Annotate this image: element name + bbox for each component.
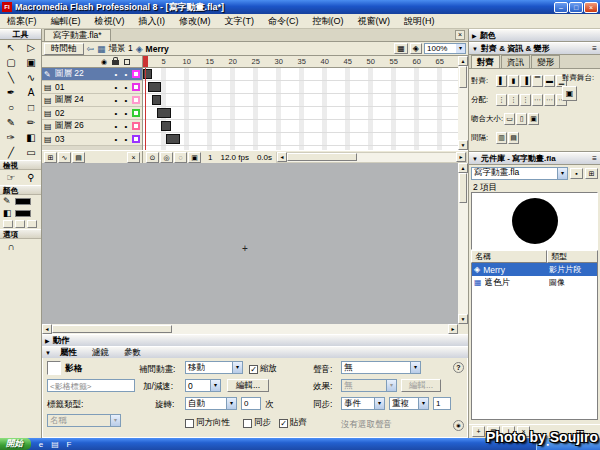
add-motion-guide-button[interactable]: ∿ — [58, 152, 71, 163]
tab-filters[interactable]: 濾鏡 — [86, 347, 115, 359]
layer-outline-color[interactable] — [132, 70, 140, 78]
layer-visibility-dot[interactable]: • — [112, 83, 120, 92]
frame-rate[interactable]: 12.0 fps — [216, 153, 252, 162]
dist-bottom-button[interactable]: ⋮ — [520, 94, 531, 106]
swap-colors-button[interactable] — [27, 220, 37, 228]
timeline-vertical-scrollbar[interactable]: ▲ ▼ — [458, 56, 468, 150]
match-both-button[interactable]: ▣ — [528, 113, 539, 125]
tool-lasso[interactable]: ∿ — [21, 70, 41, 85]
timeline-toggle-button[interactable]: 時間軸 — [44, 43, 84, 55]
show-hide-all-icon[interactable]: ◉ — [101, 58, 107, 66]
minimize-button[interactable]: – — [554, 2, 568, 13]
keyframe-span[interactable] — [161, 121, 170, 131]
tab-properties[interactable]: 屬性 — [54, 347, 83, 359]
layer-frame-row-0[interactable] — [143, 68, 458, 81]
snap-checkbox[interactable]: ✓ 貼齊 — [279, 417, 307, 429]
ease-input[interactable]: 0 ▾ — [185, 379, 221, 392]
column-name[interactable]: 名稱 — [471, 250, 547, 263]
scroll-down-icon[interactable]: ▼ — [458, 314, 468, 324]
tool-ink-bottle[interactable]: ✑ — [1, 130, 21, 145]
tween-select[interactable]: 移動 ▾ — [185, 361, 243, 374]
sync-checkbox[interactable]: 同步 — [243, 417, 271, 429]
layer-outline-color[interactable] — [132, 135, 140, 143]
frames-grid[interactable] — [143, 68, 458, 150]
center-frame-button[interactable]: ⊙ — [146, 152, 159, 163]
scroll-up-icon[interactable]: ▲ — [458, 56, 468, 66]
dist-center-v-button[interactable]: ⋮ — [508, 94, 519, 106]
scroll-up-icon[interactable]: ▲ — [458, 163, 468, 173]
no-color-button[interactable] — [15, 220, 25, 228]
onion-skin-button[interactable]: ◎ — [160, 152, 173, 163]
scrollbar-thumb[interactable] — [459, 66, 467, 88]
default-colors-button[interactable] — [3, 220, 13, 228]
menu-item-8[interactable]: 視窗(W) — [351, 15, 398, 28]
stage-vertical-scrollbar[interactable]: ▲ ▼ — [458, 163, 468, 324]
tool-gradient-transform[interactable]: ▣ — [21, 55, 41, 70]
close-button[interactable]: × — [584, 2, 598, 13]
layer-row-3[interactable]: ▤02•• — [42, 107, 142, 120]
tool-zoom[interactable]: ⚲ — [21, 170, 41, 185]
repeat-count-input[interactable]: 1 — [433, 397, 451, 410]
stage-horizontal-scrollbar[interactable]: ◄ ► — [42, 324, 458, 334]
layer-lock-dot[interactable]: • — [122, 135, 130, 144]
layer-frame-row-4[interactable] — [143, 120, 458, 133]
library-new-window-button[interactable]: ⊞ — [585, 168, 598, 179]
keyframe-span[interactable] — [157, 108, 171, 118]
layer-frame-row-2[interactable] — [143, 94, 458, 107]
tab-transform[interactable]: 變形 — [531, 55, 560, 68]
layer-visibility-dot[interactable]: • — [112, 135, 120, 144]
stroke-color-swatch[interactable] — [15, 198, 31, 205]
align-right-button[interactable]: ▐ — [520, 75, 531, 87]
menu-item-2[interactable]: 檢視(V) — [88, 15, 132, 28]
tool-brush[interactable]: ✏ — [21, 115, 41, 130]
tab-info[interactable]: 資訊 — [501, 55, 530, 68]
scroll-right-icon[interactable]: ► — [456, 152, 466, 162]
scale-checkbox[interactable]: ✓ 縮放 — [249, 363, 277, 375]
tool-eraser[interactable]: ▭ — [21, 145, 41, 160]
layer-outline-color[interactable] — [132, 122, 140, 130]
playhead[interactable] — [143, 56, 148, 68]
layer-lock-dot[interactable]: • — [122, 96, 130, 105]
timeline-horizontal-scrollbar[interactable]: ◄ ► — [276, 152, 467, 163]
sound-edit-button[interactable]: 編輯... — [401, 379, 441, 392]
zoom-select[interactable]: 100% ▾ — [424, 43, 466, 54]
scrollbar-thumb[interactable] — [52, 325, 172, 333]
scrollbar-thumb[interactable] — [287, 153, 357, 161]
align-center-h-button[interactable]: ▮ — [508, 75, 519, 87]
keyframe-span[interactable] — [152, 95, 161, 105]
library-item-1[interactable]: ▦遮色片圖像 — [472, 276, 597, 289]
space-h-button[interactable]: ▤ — [508, 132, 519, 144]
menu-item-7[interactable]: 控制(O) — [306, 15, 351, 28]
insert-layer-button[interactable]: ⊞ — [44, 152, 57, 163]
menu-item-6[interactable]: 命令(C) — [261, 15, 306, 28]
layer-visibility-dot[interactable]: • — [112, 122, 120, 131]
edit-multiple-frames-button[interactable]: ▣ — [188, 152, 201, 163]
document-close-icon[interactable]: × — [455, 30, 465, 40]
library-document-select[interactable]: 寫字動畫.fla ▾ — [471, 167, 568, 180]
keyframe-span[interactable] — [148, 82, 162, 92]
label-type-select[interactable]: 名稱 ▾ — [47, 414, 121, 427]
scroll-down-icon[interactable]: ▼ — [458, 140, 468, 150]
fill-color-swatch[interactable] — [15, 210, 31, 217]
layer-outline-color[interactable] — [132, 96, 140, 104]
help-icon[interactable]: ? — [453, 362, 464, 373]
tool-pencil[interactable]: ✎ — [1, 115, 21, 130]
rotate-count-input[interactable]: 0 — [241, 397, 261, 410]
layer-row-0[interactable]: ✎圖層 22•• — [42, 68, 142, 81]
dist-center-h-button[interactable]: ⋯ — [544, 94, 555, 106]
panel-menu-icon[interactable]: ≡ — [592, 154, 597, 163]
tool-text[interactable]: A — [21, 85, 41, 100]
dist-top-button[interactable]: ⋮ — [496, 94, 507, 106]
library-item-0[interactable]: ◈Merry影片片段 — [472, 263, 597, 276]
delete-layer-button[interactable]: × — [127, 152, 140, 163]
menu-item-3[interactable]: 插入(I) — [132, 15, 173, 28]
to-stage-toggle-button[interactable]: ▣ — [562, 86, 577, 101]
layer-lock-dot[interactable]: • — [122, 83, 130, 92]
match-height-button[interactable]: ▯ — [516, 113, 527, 125]
document-tab[interactable]: 寫字動畫.fla* — [44, 29, 111, 41]
align-middle-button[interactable]: ▬ — [544, 75, 555, 87]
layer-outline-color[interactable] — [132, 83, 140, 91]
tool-selection[interactable]: ↖ — [1, 40, 21, 55]
tab-parameters[interactable]: 參數 — [118, 347, 147, 359]
sound-select[interactable]: 無 ▾ — [341, 361, 421, 374]
